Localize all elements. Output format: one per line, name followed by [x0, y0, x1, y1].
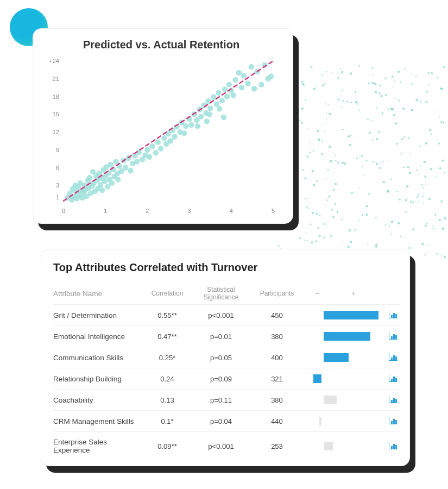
svg-point-223 — [400, 236, 402, 237]
svg-point-309 — [299, 237, 301, 240]
svg-text:+24: +24 — [49, 58, 59, 64]
svg-point-276 — [381, 95, 383, 97]
svg-point-389 — [134, 159, 140, 164]
svg-point-442 — [258, 82, 264, 87]
svg-point-249 — [421, 243, 424, 245]
table-title: Top Attributes Correlated with Turnover — [53, 261, 400, 274]
svg-point-52 — [375, 217, 377, 218]
svg-point-311 — [409, 153, 411, 154]
svg-point-58 — [379, 85, 381, 86]
svg-point-67 — [293, 149, 294, 151]
bar-chart-icon[interactable] — [389, 332, 397, 340]
svg-point-140 — [355, 101, 357, 103]
svg-point-242 — [348, 246, 350, 248]
svg-point-216 — [316, 85, 317, 86]
svg-point-198 — [361, 155, 363, 158]
svg-point-290 — [419, 146, 420, 147]
svg-point-130 — [342, 162, 344, 164]
svg-point-131 — [401, 139, 403, 140]
col-header-name: Attribute Name — [53, 290, 146, 298]
svg-point-275 — [442, 228, 444, 230]
svg-point-149 — [363, 174, 364, 175]
svg-point-222 — [388, 160, 389, 161]
svg-point-76 — [305, 177, 307, 179]
svg-point-23 — [327, 170, 329, 171]
svg-point-246 — [356, 99, 357, 100]
svg-point-17 — [397, 222, 400, 224]
svg-point-160 — [319, 235, 321, 237]
svg-point-259 — [425, 225, 427, 227]
svg-point-307 — [400, 82, 401, 83]
svg-text:2: 2 — [146, 208, 149, 214]
svg-point-162 — [408, 247, 411, 249]
svg-point-124 — [337, 98, 339, 101]
svg-point-120 — [327, 199, 329, 201]
scatter-chart: 136912151821+24012345 — [41, 55, 282, 218]
svg-point-237 — [308, 128, 309, 129]
svg-point-255 — [371, 82, 372, 83]
svg-point-50 — [351, 192, 353, 194]
svg-point-308 — [402, 108, 405, 110]
svg-point-313 — [440, 87, 442, 90]
svg-point-289 — [366, 160, 368, 161]
attr-significance: p<0.001 — [189, 311, 253, 319]
table-row: Communication Skills0.25*p=0.05400 — [53, 347, 400, 368]
svg-text:9: 9 — [56, 147, 59, 153]
attr-correlation: 0.1* — [148, 417, 187, 425]
svg-point-51 — [424, 161, 426, 163]
svg-text:3: 3 — [188, 208, 191, 214]
neg-bar-cell — [301, 442, 321, 450]
svg-point-253 — [428, 72, 430, 74]
svg-point-248 — [299, 120, 300, 121]
svg-point-145 — [440, 200, 443, 203]
svg-point-138 — [325, 178, 326, 179]
svg-point-429 — [222, 86, 228, 92]
svg-point-421 — [206, 111, 212, 117]
svg-point-399 — [161, 135, 167, 141]
svg-point-189 — [313, 184, 315, 186]
svg-point-285 — [418, 201, 419, 202]
svg-point-78 — [405, 136, 406, 137]
attr-correlation: 0.47** — [148, 333, 187, 341]
svg-point-57 — [329, 146, 331, 148]
svg-point-19 — [376, 162, 378, 165]
bar-chart-icon[interactable] — [389, 353, 397, 361]
svg-point-119 — [355, 229, 356, 230]
decorative-dots — [274, 65, 448, 261]
svg-point-402 — [168, 138, 173, 143]
svg-point-8 — [346, 101, 348, 102]
svg-point-266 — [412, 228, 414, 230]
svg-point-272 — [306, 233, 307, 234]
bar-chart-icon[interactable] — [389, 396, 397, 403]
svg-point-427 — [219, 98, 225, 103]
svg-point-20 — [321, 125, 323, 126]
svg-point-206 — [338, 77, 339, 79]
pos-bar-cell — [324, 442, 383, 450]
svg-point-384 — [123, 165, 128, 170]
svg-point-439 — [249, 64, 254, 70]
svg-point-35 — [317, 210, 318, 211]
svg-point-99 — [302, 169, 304, 171]
bar-chart-icon[interactable] — [389, 374, 397, 382]
svg-point-258 — [340, 68, 341, 69]
svg-point-241 — [390, 108, 393, 110]
svg-point-47 — [421, 184, 422, 186]
svg-point-42 — [279, 227, 280, 228]
svg-point-147 — [296, 112, 298, 114]
bar-chart-icon[interactable] — [389, 442, 397, 449]
svg-point-229 — [295, 79, 298, 81]
neg-bar — [319, 417, 321, 425]
attr-significance: p=0.09 — [189, 375, 253, 383]
bar-chart-icon[interactable] — [389, 417, 397, 424]
svg-point-409 — [183, 123, 188, 129]
svg-point-265 — [407, 166, 409, 168]
bar-chart-icon[interactable] — [389, 311, 397, 318]
svg-point-118 — [319, 215, 321, 216]
neg-bar-cell — [301, 374, 321, 383]
svg-point-89 — [332, 72, 333, 73]
svg-point-45 — [330, 160, 332, 162]
svg-point-85 — [371, 120, 372, 121]
table-row: Enterprise Sales Experience0.09**p<0.001… — [53, 432, 400, 460]
attr-significance: p=0.01 — [189, 333, 253, 341]
attr-correlation: 0.09** — [148, 442, 187, 450]
